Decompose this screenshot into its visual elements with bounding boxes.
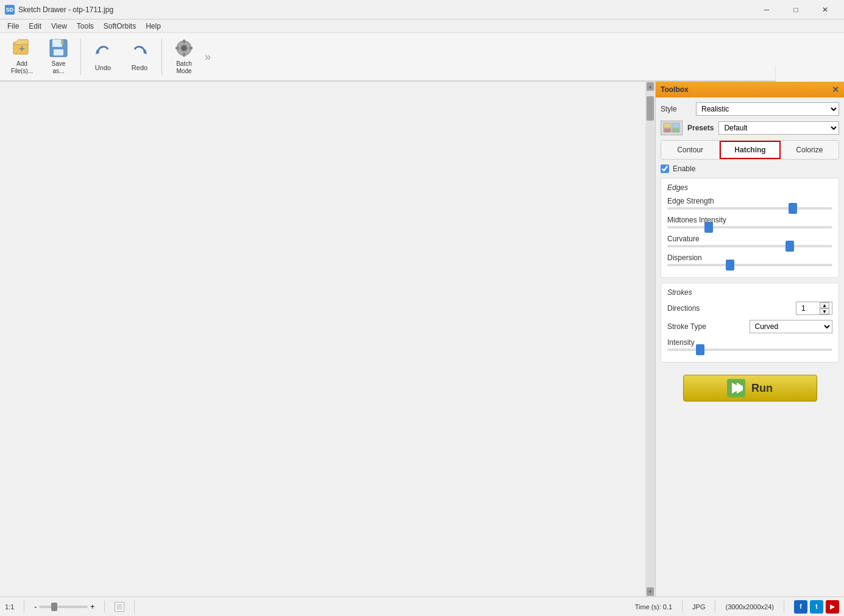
tab-hatching[interactable]: Hatching [720, 141, 780, 159]
tab-colorize[interactable]: Colorize [781, 141, 839, 159]
statusbar: 1:1 - + Time (s): 0.1 JPG (3000x2000x24)… [0, 597, 844, 616]
twitter-icon[interactable]: t [810, 600, 823, 614]
youtube-icon[interactable]: ▶ [826, 600, 839, 614]
stroke-type-select[interactable]: Curved Straight Random [750, 320, 833, 333]
facebook-icon[interactable]: f [794, 600, 807, 614]
toolbar-sep-1 [80, 38, 81, 75]
zoom-thumb[interactable] [51, 603, 57, 611]
directions-value: 1 [799, 304, 820, 313]
menubar: File Edit View Tools SoftOrbits Help [0, 19, 844, 33]
scroll-down-button[interactable]: ▼ [647, 587, 654, 596]
toolbox-body: Style Realistic Presets Default [656, 97, 844, 597]
midtones-intensity-row: Midtones Intensity [667, 216, 832, 228]
svg-rect-18 [664, 129, 671, 132]
presets-icon-button[interactable] [661, 121, 683, 135]
save-as-label: Saveas... [52, 60, 66, 75]
curvature-row: Curvature [667, 235, 832, 247]
run-button-area: Run [661, 367, 839, 409]
undo-button[interactable]: Undo [86, 36, 120, 77]
app-icon: SD [5, 5, 15, 15]
intensity-thumb[interactable] [696, 344, 704, 355]
zoom-in-button[interactable]: + [90, 603, 94, 611]
menu-edit[interactable]: Edit [24, 21, 46, 32]
batch-mode-label: BatchMode [176, 60, 192, 75]
svg-rect-13 [183, 53, 185, 57]
edge-strength-track[interactable] [667, 207, 832, 210]
svg-rect-15 [189, 47, 193, 49]
strokes-section: Strokes Directions 1 ▲ ▼ Stroke Type [661, 283, 839, 363]
tab-contour[interactable]: Contour [661, 141, 720, 159]
intensity-track[interactable] [667, 349, 832, 351]
time-display: Time (s): 0.1 [635, 603, 672, 611]
dispersion-track[interactable] [667, 264, 832, 266]
midtones-intensity-track[interactable] [667, 226, 832, 228]
directions-row: Directions 1 ▲ ▼ [667, 302, 832, 315]
scroll-up-button[interactable]: ▲ [647, 82, 654, 91]
toolbar: AddFile(s)... Saveas... Undo [0, 33, 844, 82]
svg-rect-5 [52, 40, 62, 47]
batch-mode-icon [174, 38, 194, 58]
save-icon [49, 38, 68, 58]
minimize-button[interactable]: ─ [753, 0, 781, 19]
curvature-label: Curvature [667, 235, 832, 243]
intensity-row: Intensity [667, 338, 832, 351]
toolbar-expand-icon: » [205, 51, 211, 63]
presets-select[interactable]: Default [718, 121, 839, 135]
run-icon [727, 379, 745, 397]
menu-tools[interactable]: Tools [72, 21, 99, 32]
strokes-title: Strokes [667, 288, 832, 297]
menu-view[interactable]: View [46, 21, 72, 32]
window-controls: ─ □ ✕ [753, 0, 839, 19]
zoom-out-button[interactable]: - [34, 603, 37, 611]
toolbox-header: Toolbox ✕ [656, 82, 844, 97]
edge-strength-thumb[interactable] [789, 203, 797, 214]
enable-checkbox[interactable] [661, 165, 669, 173]
zoom-slider[interactable] [39, 606, 88, 608]
svg-rect-3 [21, 46, 23, 51]
dimensions-display: (3000x2000x24) [725, 603, 774, 611]
edge-strength-label: Edge Strength [667, 197, 832, 205]
scroll-thumb[interactable] [647, 96, 654, 121]
svg-rect-19 [672, 129, 679, 132]
preview-icon [115, 602, 124, 612]
titlebar: SD Sketch Drawer - otp-1711.jpg ─ □ ✕ [0, 0, 844, 19]
menu-help[interactable]: Help [141, 21, 166, 32]
undo-label: Undo [95, 64, 111, 71]
batch-mode-button[interactable]: BatchMode [167, 36, 201, 77]
run-label: Run [751, 382, 773, 395]
edges-title: Edges [667, 183, 832, 192]
presets-label: Presets [687, 124, 714, 132]
vertical-scrollbar[interactable]: ▲ ▼ [645, 82, 655, 597]
zoom-level-section: 1:1 [5, 603, 14, 611]
menu-file[interactable]: File [2, 21, 24, 32]
spinner-arrows[interactable]: ▲ ▼ [820, 302, 829, 314]
add-files-button[interactable]: AddFile(s)... [5, 36, 39, 77]
enable-label: Enable [673, 165, 695, 173]
style-select[interactable]: Realistic [696, 102, 839, 116]
midtones-intensity-thumb[interactable] [704, 222, 713, 233]
status-sep-6 [784, 601, 784, 613]
curvature-thumb[interactable] [785, 241, 794, 252]
intensity-label: Intensity [667, 338, 832, 347]
redo-button[interactable]: Redo [122, 36, 157, 77]
stroke-type-row: Stroke Type Curved Straight Random [667, 320, 832, 333]
run-button[interactable]: Run [683, 375, 817, 402]
status-sep-1 [24, 601, 24, 613]
add-files-icon [12, 38, 32, 58]
midtones-intensity-label: Midtones Intensity [667, 216, 832, 224]
toolbox-close-button[interactable]: ✕ [832, 85, 839, 94]
spinner-down[interactable]: ▼ [820, 308, 829, 314]
curvature-track[interactable] [667, 245, 832, 247]
close-button[interactable]: ✕ [811, 0, 839, 19]
svg-point-11 [181, 45, 187, 51]
maximize-button[interactable]: □ [782, 0, 810, 19]
toolbox-title: Toolbox [661, 85, 689, 94]
spinner-up[interactable]: ▲ [820, 302, 829, 308]
dispersion-label: Dispersion [667, 253, 832, 262]
svg-rect-12 [183, 40, 185, 43]
dispersion-thumb[interactable] [726, 260, 734, 271]
save-as-button[interactable]: Saveas... [41, 36, 76, 77]
directions-spinner[interactable]: 1 ▲ ▼ [796, 302, 832, 315]
svg-rect-16 [664, 123, 671, 128]
menu-softorbits[interactable]: SoftOrbits [99, 21, 141, 32]
